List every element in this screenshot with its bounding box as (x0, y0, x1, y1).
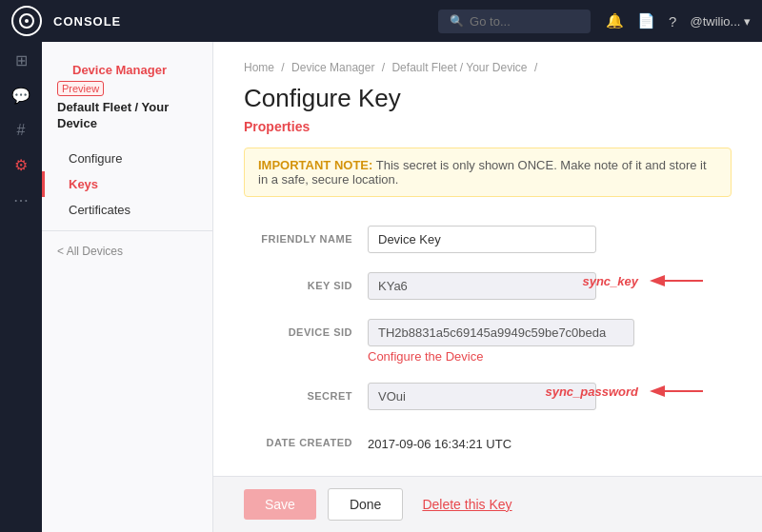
left-nav: Device Manager Preview Default Fleet / Y… (42, 42, 213, 532)
sync-password-label: sync_password (545, 384, 638, 399)
search-input[interactable] (470, 14, 579, 29)
document-icon[interactable]: 📄 (637, 12, 655, 30)
secret-label: SECRET (244, 383, 368, 402)
form-row-key-sid: KEY SID sync_key (244, 263, 732, 309)
date-created-value: 2017-09-06 16:34:21 UTC (368, 429, 732, 451)
footer: Save Done Delete this Key (213, 476, 762, 532)
form-row-date-updated: DATE UPDATED 2017-09-06 16:34:21 UTC (244, 461, 732, 476)
user-menu[interactable]: @twilio... ▾ (690, 14, 751, 29)
key-sid-label: KEY SID (244, 272, 368, 291)
notification-icon[interactable]: 🔔 (606, 12, 624, 30)
main-layout: ⊞ 💬 # ⚙ ⋯ Device Manager Preview Default… (0, 42, 762, 532)
form-row-device-sid: DEVICE SID Configure the Device (244, 309, 732, 373)
sync-password-arrow (646, 381, 712, 402)
nav-item-configure[interactable]: Configure (42, 146, 212, 171)
sidebar-device-icon[interactable]: ⚙ (14, 156, 28, 174)
breadcrumb: Home / Device Manager / Default Fleet / … (244, 61, 732, 74)
date-updated-value: 2017-09-06 16:34:21 UTC (368, 470, 732, 476)
device-sid-label: DEVICE SID (244, 319, 368, 338)
friendly-name-value (368, 226, 732, 253)
nav-divider (42, 230, 212, 231)
date-updated-label: DATE UPDATED (244, 470, 368, 476)
sync-key-arrow (646, 270, 712, 291)
icon-sidebar: ⊞ 💬 # ⚙ ⋯ (0, 42, 42, 532)
page-title: Configure Key (244, 84, 732, 113)
device-sid-input[interactable] (368, 319, 634, 346)
sidebar-more-icon[interactable]: ⋯ (13, 191, 29, 209)
notice-box: IMPORTANT NOTE: This secret is only show… (244, 148, 732, 197)
sync-key-label: sync_key (582, 274, 638, 288)
preview-badge: Preview (57, 81, 104, 96)
sidebar-hash-icon[interactable]: # (17, 122, 26, 139)
search-box[interactable]: 🔍 (438, 10, 591, 33)
nav-back[interactable]: < All Devices (42, 239, 212, 264)
nav-item-certificates[interactable]: Certificates (42, 197, 212, 223)
device-sid-value: Configure the Device (368, 319, 732, 364)
help-icon[interactable]: ? (669, 13, 676, 30)
sidebar-chat-icon[interactable]: 💬 (11, 87, 30, 105)
left-nav-title: Device Manager (57, 63, 182, 83)
friendly-name-input[interactable] (368, 226, 596, 253)
notice-bold: IMPORTANT NOTE: (258, 158, 372, 172)
date-created-label: DATE CREATED (244, 429, 368, 448)
form-row-friendly-name: FRIENDLY NAME (244, 216, 732, 263)
content-area: Home / Device Manager / Default Fleet / … (213, 42, 762, 476)
form-row-secret: SECRET sync_password (244, 373, 732, 420)
logo (11, 6, 42, 36)
save-button[interactable]: Save (244, 489, 316, 520)
top-nav: CONSOLE 🔍 🔔 📄 ? @twilio... ▾ (0, 0, 762, 42)
sync-key-annotation: sync_key (582, 270, 712, 291)
nav-icons: 🔔 📄 ? @twilio... ▾ (606, 12, 751, 30)
done-button[interactable]: Done (328, 488, 403, 521)
app-title: CONSOLE (53, 14, 121, 29)
configure-device-link[interactable]: Configure the Device (368, 349, 732, 364)
friendly-name-label: FRIENDLY NAME (244, 226, 368, 245)
section-title: Properties (244, 119, 732, 134)
key-sid-input[interactable] (368, 272, 596, 300)
delete-button[interactable]: Delete this Key (422, 497, 511, 512)
sidebar-grid-icon[interactable]: ⊞ (15, 51, 28, 69)
left-nav-subsection: Default Fleet / Your Device (42, 100, 212, 146)
sync-password-annotation: sync_password (545, 381, 712, 402)
nav-item-keys[interactable]: Keys (42, 171, 212, 197)
form-row-date-created: DATE CREATED 2017-09-06 16:34:21 UTC (244, 420, 732, 461)
